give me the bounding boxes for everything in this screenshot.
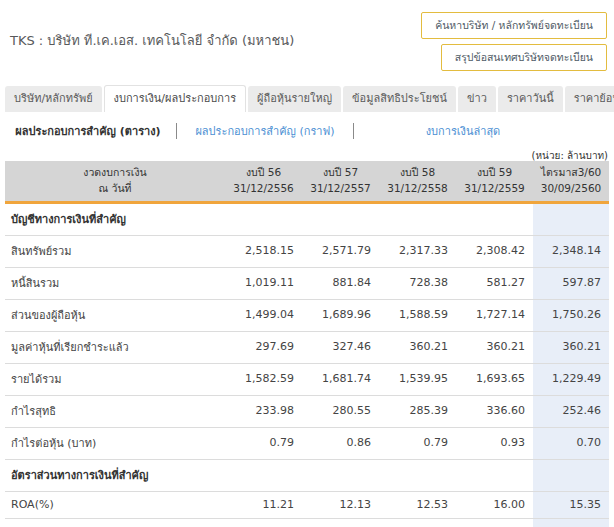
tab-company-securities[interactable]: บริษัท/หลักทรัพย์ <box>5 86 102 112</box>
row-label: หนี้สินรวม <box>5 267 225 299</box>
cell-value: 881.84 <box>302 267 379 299</box>
column-header-period: งบปี 57 <box>304 165 377 181</box>
cell-value: 12.13 <box>302 491 379 518</box>
cell-value: 1,681.74 <box>302 363 379 395</box>
tab-news[interactable]: ข่าว <box>458 86 496 112</box>
column-header-date: 30/09/2560 <box>535 181 607 197</box>
column-header-4: งบปี 5931/12/2559 <box>456 161 533 202</box>
cell-value: 360.21 <box>379 331 456 363</box>
cell-value: 1,019.11 <box>225 267 302 299</box>
cell-value: 1,539.95 <box>379 363 456 395</box>
cell-value: 17.41 <box>379 518 456 527</box>
cell-value: 11.21 <box>225 491 302 518</box>
cell-value: 1,689.96 <box>302 299 379 331</box>
tab-financials-performance[interactable]: งบการเงิน/ผลประกอบการ <box>104 85 246 112</box>
row-label: ส่วนของผู้ถือหุ้น <box>5 299 225 331</box>
cell-value: 1,499.04 <box>225 299 302 331</box>
cell-value: 280.55 <box>302 395 379 427</box>
cell-value: 1,582.59 <box>225 363 302 395</box>
cell-value: 0.86 <box>302 427 379 459</box>
column-header-period: งบปี 58 <box>381 165 454 181</box>
tab-today-price[interactable]: ราคาวันนี้ <box>498 86 563 112</box>
table-row: ส่วนของผู้ถือหุ้น1,499.041,689.961,588.5… <box>5 299 609 331</box>
table-row: กำไรสุทธิ233.98280.55285.39336.60252.46 <box>5 395 609 427</box>
subtab-key-results-table[interactable]: ผลประกอบการสำคัญ (ตาราง) <box>0 122 176 140</box>
cell-value: 0.79 <box>225 427 302 459</box>
cell-value: 252.46 <box>533 395 609 427</box>
cell-value: 0.93 <box>456 427 533 459</box>
financial-table-wrap: งวดงบการเงินณ วันที่งบปี 5631/12/2556งบป… <box>0 161 614 527</box>
section-latest-cell <box>533 459 609 491</box>
row-label: มูลค่าหุ้นที่เรียกชำระแล้ว <box>5 331 225 363</box>
company-factsheet-button[interactable]: สรุปข้อสนเทศบริษัทจดทะเบียน <box>441 44 607 71</box>
cell-value: 728.38 <box>379 267 456 299</box>
subtab-latest-financials[interactable]: งบการเงินล่าสุด <box>354 122 572 140</box>
row-label: กำไรต่อหุ้น (บาท) <box>5 427 225 459</box>
cell-value: 20.30 <box>456 518 533 527</box>
period-header-line: ณ วันที่ <box>7 181 223 197</box>
cell-value: 1,588.59 <box>379 299 456 331</box>
cell-value: 360.21 <box>456 331 533 363</box>
period-header-line: งวดงบการเงิน <box>7 165 223 181</box>
section-row: บัญชีทางการเงินที่สำคัญ <box>5 202 609 235</box>
section-row: อัตราส่วนทางการเงินที่สำคัญ <box>5 459 609 491</box>
table-row: รายได้รวม1,582.591,681.741,539.951,693.6… <box>5 363 609 395</box>
table-row: มูลค่าหุ้นที่เรียกชำระแล้ว297.69327.4636… <box>5 331 609 363</box>
search-listed-company-button[interactable]: ค้นหาบริษัท / หลักทรัพย์จดทะเบียน <box>421 12 607 39</box>
cell-value: 17.59 <box>302 518 379 527</box>
unit-label: (หน่วย: ล้านบาท) <box>532 150 608 161</box>
tab-historical-price[interactable]: ราคาย้อนหลัง <box>565 86 614 112</box>
column-header-2: งบปี 5731/12/2557 <box>302 161 379 202</box>
cell-value: 2,317.33 <box>379 235 456 267</box>
table-row: ROA(%)11.2112.1312.5316.0015.35 <box>5 491 609 518</box>
financial-table: งวดงบการเงินณ วันที่งบปี 5631/12/2556งบป… <box>5 161 609 527</box>
cell-value: 336.60 <box>456 395 533 427</box>
cell-value: 2,571.79 <box>302 235 379 267</box>
column-header-period: งบปี 56 <box>227 165 300 181</box>
cell-value: 1,229.49 <box>533 363 609 395</box>
cell-value: 233.98 <box>225 395 302 427</box>
row-label: กำไรสุทธิ <box>5 395 225 427</box>
column-header-period: ไตรมาส3/60 <box>535 165 607 181</box>
column-header-5: ไตรมาส3/6030/09/2560 <box>533 161 609 202</box>
table-header-row: งวดงบการเงินณ วันที่งบปี 5631/12/2556งบป… <box>5 161 609 202</box>
column-header-date: 31/12/2557 <box>304 181 377 197</box>
cell-value: 597.87 <box>533 267 609 299</box>
row-label: ROE(%) <box>5 518 225 527</box>
section-latest-cell <box>533 202 609 235</box>
column-header-3: งบปี 5831/12/2558 <box>379 161 456 202</box>
period-header: งวดงบการเงินณ วันที่ <box>5 161 225 202</box>
row-label: ROA(%) <box>5 491 225 518</box>
cell-value: 0.79 <box>379 427 456 459</box>
cell-value: 0.70 <box>533 427 609 459</box>
cell-value: 2,348.14 <box>533 235 609 267</box>
page-title: TKS : บริษัท ที.เค.เอส. เทคโนโลยี จำกัด … <box>10 30 294 51</box>
column-header-period: งบปี 59 <box>458 165 531 181</box>
cell-value: 360.21 <box>533 331 609 363</box>
section-title: บัญชีทางการเงินที่สำคัญ <box>5 202 533 235</box>
tab-bar: บริษัท/หลักทรัพย์งบการเงิน/ผลประกอบการผู… <box>0 84 614 112</box>
tab-rights-benefits[interactable]: ข้อมูลสิทธิประโยชน์ <box>343 86 456 112</box>
row-label: สินทรัพย์รวม <box>5 235 225 267</box>
column-header-date: 31/12/2559 <box>458 181 531 197</box>
cell-value: 16.38 <box>225 518 302 527</box>
cell-value: 12.53 <box>379 491 456 518</box>
table-row: สินทรัพย์รวม2,518.152,571.792,317.332,30… <box>5 235 609 267</box>
cell-value: 1,750.26 <box>533 299 609 331</box>
tab-major-shareholders[interactable]: ผู้ถือหุ้นรายใหญ่ <box>248 86 341 112</box>
cell-value: 1,693.65 <box>456 363 533 395</box>
subtab-bar: ผลประกอบการสำคัญ (ตาราง)ผลประกอบการสำคัญ… <box>0 117 614 144</box>
column-header-date: 31/12/2558 <box>381 181 454 197</box>
column-header-1: งบปี 5631/12/2556 <box>225 161 302 202</box>
subtab-key-results-chart[interactable]: ผลประกอบการสำคัญ (กราฟ) <box>177 122 353 140</box>
cell-value: 15.35 <box>533 491 609 518</box>
cell-value: 285.39 <box>379 395 456 427</box>
cell-value: 16.00 <box>456 491 533 518</box>
table-body: บัญชีทางการเงินที่สำคัญสินทรัพย์รวม2,518… <box>5 202 609 527</box>
cell-value: 19.90 <box>533 518 609 527</box>
section-title: อัตราส่วนทางการเงินที่สำคัญ <box>5 459 533 491</box>
top-buttons: ค้นหาบริษัท / หลักทรัพย์จดทะเบียนสรุปข้อ… <box>421 12 607 71</box>
unit-row: (หน่วย: ล้านบาท) <box>0 144 614 159</box>
top-bar: TKS : บริษัท ที.เค.เอส. เทคโนโลยี จำกัด … <box>0 0 614 84</box>
cell-value: 581.27 <box>456 267 533 299</box>
